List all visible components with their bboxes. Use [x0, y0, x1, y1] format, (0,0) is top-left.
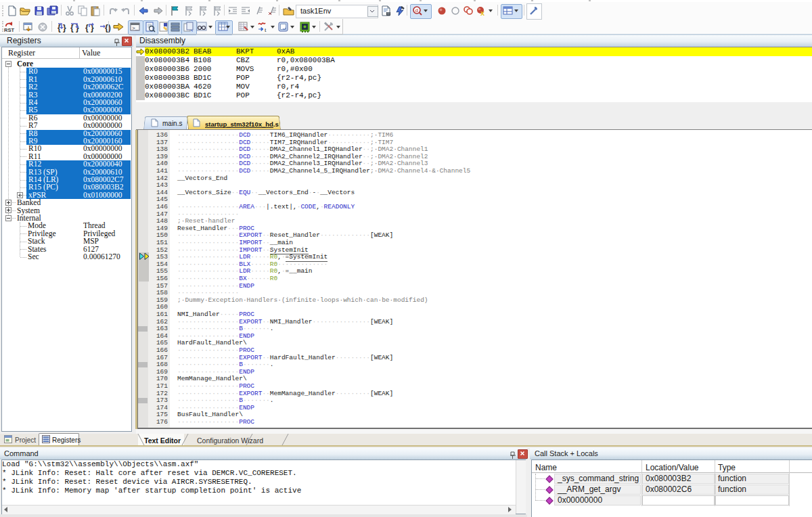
svg-text:>_: >_ [132, 25, 139, 31]
svg-text:x: x [480, 9, 485, 16]
svg-text:RST: RST [4, 27, 14, 32]
svg-text:d: d [415, 7, 418, 14]
svg-text:{ }: { } [70, 23, 79, 32]
svg-text:t: t [265, 26, 267, 32]
